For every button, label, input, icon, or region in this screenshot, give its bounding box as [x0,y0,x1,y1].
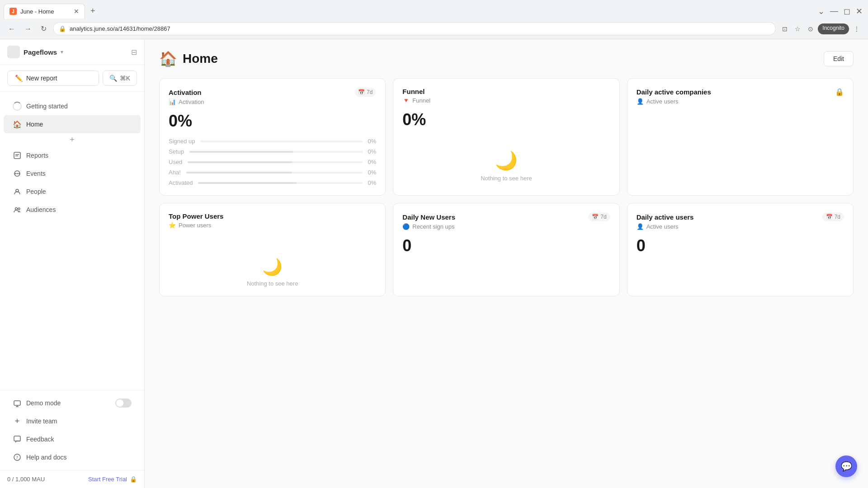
people-icon [13,187,22,196]
home-label: Home [26,121,43,128]
daily-active-users-value: 0 [637,236,844,255]
active-users-text: Active users [646,223,679,230]
used-bar-container [188,161,362,163]
page-title: Home [183,52,218,66]
sidebar-item-feedback[interactable]: Feedback [4,430,141,448]
forward-button[interactable]: → [22,23,34,35]
activation-subtitle-icon: 📊 [169,99,176,105]
new-tab-button[interactable]: + [87,5,99,18]
sidebar-item-invite-team[interactable]: + Invite team [4,412,141,430]
daily-active-users-header: Daily active users 📅 7d [637,212,844,221]
card-row-used: Used 0% [169,159,376,165]
svg-point-5 [17,173,18,174]
back-button[interactable]: ← [5,23,18,35]
setup-bar-container [189,151,363,153]
browser-extras: ⊡ ☆ ⊙ Incognito ⋮ [779,23,863,34]
plus-icon: + [70,135,75,145]
app-container: Pageflows ▾ ⊟ ✏️ New report 🔍 ⌘K Ge [0,39,868,488]
demo-mode-toggle[interactable] [115,399,132,408]
feedback-label: Feedback [26,436,54,443]
getting-started-icon [13,102,22,111]
svg-point-6 [19,173,20,174]
card-row-setup: Setup 0% [169,148,376,155]
sidebar-item-home[interactable]: 🏠 Home [4,115,141,133]
getting-started-label: Getting started [26,103,68,110]
bookmark-button[interactable]: ☆ [792,23,803,34]
funnel-card-header: Funnel [402,88,610,95]
top-power-users-empty: 🌙 Nothing to see here [169,235,376,287]
top-power-users-card: Top Power Users ⭐ Power users 🌙 Nothing … [159,203,386,296]
free-trial-button[interactable]: Start Free Trial 🔒 [88,476,137,483]
lock-icon: 🔒 [130,476,137,483]
daily-active-companies-header: Daily active companies 🔒 [637,88,844,96]
setup-value: 0% [368,148,377,155]
events-icon [13,169,22,178]
demo-mode-label: Demo mode [26,399,61,407]
new-report-button[interactable]: ✏️ New report [7,70,99,86]
maximize-button[interactable]: ◻ [842,5,852,18]
audiences-label: Audiences [26,206,56,213]
new-report-label: New report [26,75,57,82]
new-report-icon: ✏️ [15,75,23,82]
close-browser-button[interactable]: ✕ [854,5,864,18]
svg-point-9 [18,208,20,210]
browser-chrome: J June - Home ✕ + ⌄ — ◻ ✕ ← → ↻ 🔒 analyt… [0,0,868,39]
extensions-button[interactable]: ⋮ [851,23,863,34]
sidebar-item-people[interactable]: People [4,183,141,201]
recent-signups-text: Recent sign ups [412,223,454,230]
workspace-chevron-icon: ▾ [61,49,63,55]
sidebar-item-audiences[interactable]: Audiences [4,201,141,219]
workspace-name: Pageflows [24,48,57,56]
power-users-empty-icon: 🌙 [262,258,283,277]
aha-value: 0% [368,169,377,176]
edit-button[interactable]: Edit [824,51,854,66]
used-value: 0% [368,159,377,165]
cast-button[interactable]: ⊡ [779,23,790,34]
calendar-icon: 📅 [592,214,599,220]
help-icon: ? [13,453,22,462]
sidebar-item-events[interactable]: Events [4,164,141,183]
daily-active-users-card: Daily active users 📅 7d 👤 Active users 0 [627,203,854,296]
funnel-subtitle-text: Funnel [412,97,430,104]
active-tab[interactable]: J June - Home ✕ [4,4,85,19]
address-bar[interactable]: 🔒 analytics.june.so/a/14631/home/28867 [53,22,776,35]
recent-signups-icon: 🔵 [402,223,410,230]
lock-icon: 🔒 [59,25,66,32]
events-label: Events [26,170,46,177]
funnel-card: Funnel 🔻 Funnel 0% 🌙 Nothing to see here [393,78,619,196]
nav-bar: ← → ↻ 🔒 analytics.june.so/a/14631/home/2… [0,19,868,39]
help-label: Help and docs [26,454,67,461]
sidebar-item-reports[interactable]: Reports [4,146,141,164]
sidebar-footer: 0 / 1,000 MAU Start Free Trial 🔒 [0,470,144,488]
svg-point-8 [15,208,18,210]
daily-active-users-title: Daily active users [637,213,694,221]
activation-card-header: Activation 📅 7d [169,88,376,97]
page-icon: 🏠 [159,50,177,67]
tab-close-button[interactable]: ✕ [74,8,79,15]
profile-button[interactable]: ⊙ [805,23,816,34]
sidebar-collapse-button[interactable]: ⊟ [131,48,137,56]
sidebar-item-demo-mode[interactable]: Demo mode [4,394,141,412]
active-users-icon: 👤 [637,98,644,105]
activation-card-title: Activation [169,89,202,96]
daily-active-users-badge: 📅 7d [822,212,844,221]
workspace-logo[interactable]: Pageflows ▾ [7,46,63,58]
sidebar-item-help[interactable]: ? Help and docs [4,448,141,466]
active-users-text: Active users [646,98,679,105]
search-icon: 🔍 [109,75,117,82]
people-label: People [26,188,46,195]
search-button[interactable]: 🔍 ⌘K [103,70,137,86]
minimize-button[interactable]: — [828,5,840,18]
activation-subtitle-text: Activation [179,99,204,105]
add-section-button[interactable]: + [9,133,135,146]
nav-section-main: Getting started 🏠 Home + [0,95,144,221]
sidebar-item-getting-started[interactable]: Getting started [4,97,141,115]
chat-widget[interactable]: 💬 [835,455,857,477]
invite-team-label: Invite team [26,418,57,425]
activation-card-value: 0% [169,112,376,131]
cards-grid: Activation 📅 7d 📊 Activation 0% Signed u… [159,78,854,296]
setup-label: Setup [169,148,184,155]
tab-list-button[interactable]: ⌄ [816,5,826,18]
reload-button[interactable]: ↻ [38,23,49,35]
funnel-card-empty: 🌙 Nothing to see here [402,136,610,182]
